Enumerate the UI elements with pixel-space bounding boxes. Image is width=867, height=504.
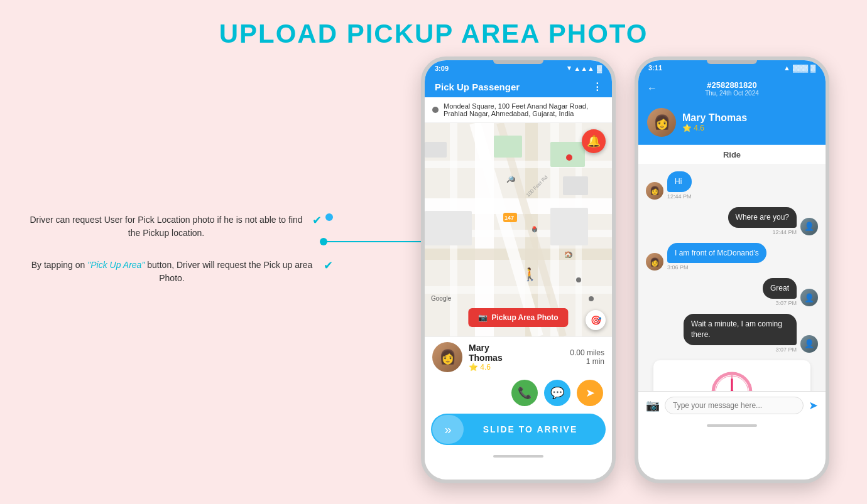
location-dot-icon xyxy=(432,107,439,113)
svg-rect-18 xyxy=(550,208,588,245)
clock-icon-svg xyxy=(710,370,754,391)
svg-text:📍: 📍 xyxy=(530,225,538,233)
connector-dot xyxy=(320,238,327,245)
chat-time-wait: 3:07 PM xyxy=(684,346,797,353)
pickup-area-photo-label: Pickup Area Photo xyxy=(491,313,558,322)
chat-message-input[interactable] xyxy=(665,397,804,414)
phone2-date: Thu, 24th Oct 2024 xyxy=(662,90,802,97)
time-estimate: 1 min xyxy=(570,357,604,366)
pickup-photo-camera-icon: 📷 xyxy=(478,313,488,322)
user-name: Mary Thomas xyxy=(682,112,817,124)
annotation-text-1: Driver can request User for Pick Locatio… xyxy=(25,213,307,240)
annotations-panel: Driver can request User for Pick Locatio… xyxy=(25,213,333,304)
driver-rating: ⭐ 4.6 xyxy=(469,363,520,372)
action-buttons-row: 📞 💬 ➤ xyxy=(425,377,612,409)
target-location-button[interactable]: 🎯 xyxy=(586,310,606,330)
chat-avatar-driver-2: 👤 xyxy=(800,289,818,306)
chat-avatar-driver-1: 👤 xyxy=(800,218,818,235)
send-button[interactable]: ➤ xyxy=(809,399,818,412)
check-icon-2: ✔ xyxy=(324,259,333,272)
annotation-text-2: By tapping on "Pick Up Area" button, Dri… xyxy=(25,259,319,285)
annotation-item-1: Driver can request User for Pick Locatio… xyxy=(25,213,333,240)
svg-text:🔎: 🔎 xyxy=(506,175,515,183)
svg-rect-15 xyxy=(425,142,447,158)
phone2-bottom-bar xyxy=(638,419,826,432)
phone2-time: 3:11 xyxy=(648,64,662,72)
user-rating: ⭐ 4.6 xyxy=(682,124,817,132)
phone1-bottom-bar xyxy=(425,450,612,463)
chat-msg-where: Where are you? 12:44 PM 👤 xyxy=(646,207,818,235)
chat-bubble-wait: Wait a minute, I am coming there. xyxy=(684,314,797,345)
user-avatar: 👩 xyxy=(647,108,676,137)
home-indicator-2 xyxy=(707,424,757,427)
phone2-header: ← #2582881820 Thu, 24th Oct 2024 xyxy=(638,75,826,103)
phone-notch-2 xyxy=(707,60,757,64)
chat-msg-wait: Wait a minute, I am coming there. 3:07 P… xyxy=(646,314,818,353)
navigate-button[interactable]: ➤ xyxy=(577,380,603,406)
connector-line xyxy=(320,241,430,242)
map-svg: 100 Feet Rd 🔎 📍 🏠 147 🚶 xyxy=(425,123,612,336)
phone-call-button[interactable]: 📞 xyxy=(511,380,538,406)
slide-to-arrive-bar[interactable]: » SLIDE TO ARRIVE xyxy=(431,414,606,445)
slide-label: SLIDE TO ARRIVE xyxy=(464,424,597,434)
ride-label: Ride xyxy=(638,145,826,165)
chat-time-location: 3:06 PM xyxy=(667,264,766,271)
svg-point-24 xyxy=(576,277,581,282)
annotation-item-2: By tapping on "Pick Up Area" button, Dri… xyxy=(25,259,333,285)
chat-bubble-hi: Hi xyxy=(667,171,692,192)
phone2-status-icons: ▲ ▓▓▓ ▓ xyxy=(783,64,815,72)
chat-button[interactable]: 💬 xyxy=(544,380,570,406)
driver-avatar: 👩 xyxy=(432,342,462,372)
chat-area: 👩 Hi 12:44 PM Where are you? 12:44 PM 👤 … xyxy=(638,165,826,391)
svg-point-20 xyxy=(566,154,572,161)
svg-point-25 xyxy=(589,296,594,301)
phone1-map: 100 Feet Rd 🔎 📍 🏠 147 🚶 🔔 xyxy=(425,123,612,336)
svg-rect-13 xyxy=(494,136,522,158)
chat-avatar-user-1: 👩 xyxy=(646,182,663,200)
dot-connector-1 xyxy=(325,213,333,221)
chat-msg-location: 👩 I am front of McDonand's 3:06 PM xyxy=(646,243,818,271)
camera-icon[interactable]: 📷 xyxy=(646,399,660,412)
slide-arrows-icon: » xyxy=(432,415,464,444)
svg-text:🏠: 🏠 xyxy=(564,250,572,259)
chat-time-hi: 12:44 PM xyxy=(667,193,692,200)
svg-rect-14 xyxy=(550,142,585,167)
phone-pickup-map: 3:09 ▾ ▲▲▲ ▓ Pick Up Passenger ⋮ Mondeal… xyxy=(421,56,616,483)
phone1-status-icons: ▾ ▲▲▲ ▓ xyxy=(567,64,602,72)
phone1-time: 3:09 xyxy=(435,65,449,72)
user-name-rating: Mary Thomas ⭐ 4.6 xyxy=(682,112,817,132)
svg-rect-16 xyxy=(563,176,588,195)
svg-text:🚶: 🚶 xyxy=(522,267,538,282)
phone1-address-bar: Mondeal Square, 100 Feet Anand Nagar Roa… xyxy=(425,97,612,123)
phone2-header-top: ← #2582881820 Thu, 24th Oct 2024 xyxy=(647,80,817,97)
chat-avatar-driver-3: 👤 xyxy=(800,335,818,353)
phone1-menu-icon[interactable]: ⋮ xyxy=(592,81,602,92)
photo-request-card: Photo requested Now waiting for User to … xyxy=(653,360,810,391)
phone2-location-icon: ▲ xyxy=(783,64,790,72)
phone1-address-text: Mondeal Square, 100 Feet Anand Nagar Roa… xyxy=(444,102,604,117)
phones-container: 3:09 ▾ ▲▲▲ ▓ Pick Up Passenger ⋮ Mondeal… xyxy=(421,56,829,483)
driver-name: Mary Thomas xyxy=(469,343,520,363)
chat-msg-hi: 👩 Hi 12:44 PM xyxy=(646,171,818,200)
phone1-battery-icon: ▓ xyxy=(597,65,602,72)
page-title: UPLOAD PICKUP AREA PHOTO xyxy=(0,0,867,49)
phone1-dropdown-icon: ▾ xyxy=(567,64,571,72)
driver-info-row: 👩 Mary Thomas ⭐ 4.6 0.00 miles 1 min xyxy=(425,336,612,377)
phone1-wifi-icon: ▲▲▲ xyxy=(574,65,594,72)
chat-bubble-where: Where are you? xyxy=(728,207,797,228)
chat-msg-great: Great 3:07 PM 👤 xyxy=(646,278,818,306)
chat-avatar-user-2: 👩 xyxy=(646,253,663,271)
pickup-area-photo-button[interactable]: 📷 Pickup Area Photo xyxy=(468,308,568,327)
chat-bubble-location: I am front of McDonand's xyxy=(667,243,766,264)
back-button[interactable]: ← xyxy=(647,83,657,94)
home-indicator-1 xyxy=(493,455,543,458)
chat-input-area: 📷 ➤ xyxy=(638,391,826,419)
distance-value: 0.00 miles xyxy=(570,348,604,357)
phone1-header: Pick Up Passenger ⋮ xyxy=(425,76,612,97)
phone2-battery-icon: ▓ xyxy=(810,64,815,72)
chat-time-where: 12:44 PM xyxy=(728,229,797,235)
chat-time-great: 3:07 PM xyxy=(763,300,797,306)
distance-info: 0.00 miles 1 min xyxy=(570,348,604,366)
driver-name-rating: Mary Thomas ⭐ 4.6 xyxy=(469,343,520,372)
phone-notch-1 xyxy=(493,60,543,64)
